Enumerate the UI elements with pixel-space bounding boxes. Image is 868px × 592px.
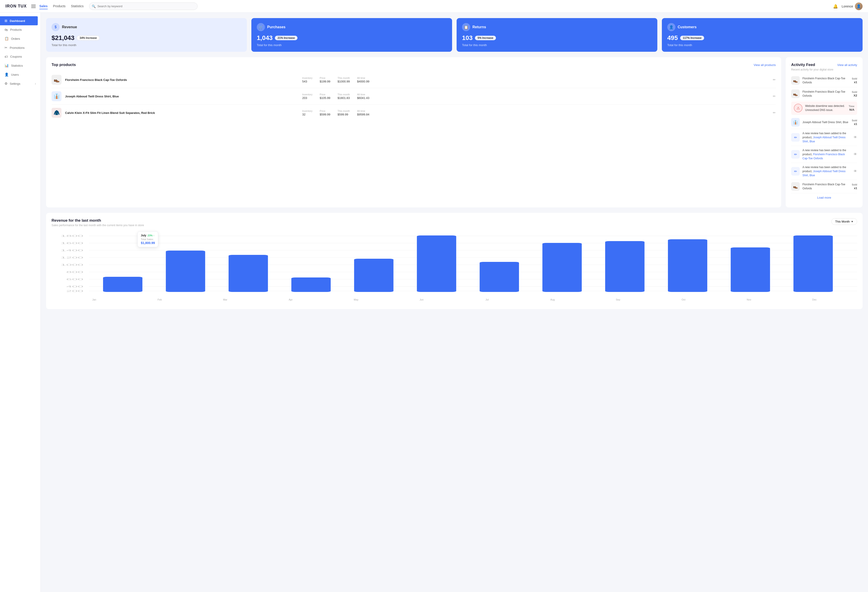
activity-meta: 👁 xyxy=(853,169,857,173)
load-more-button[interactable]: Load more xyxy=(791,193,857,202)
activity-meta: Sold x1 xyxy=(852,119,857,126)
purchases-badge: 21% Increase xyxy=(275,36,297,40)
list-item: ✏ A new review has been added to the pro… xyxy=(791,129,857,146)
product-name: Joseph Abboud Twill Dress Shirt, Blue xyxy=(65,95,298,98)
revenue-chart-panel: Revenue for the last month Sales perform… xyxy=(46,213,862,309)
activity-sub: Recent activity for your digital store xyxy=(791,68,857,71)
activity-info: A new review has been added to the produ… xyxy=(802,131,851,143)
sidebar-label-promotions: Promotions xyxy=(10,46,25,50)
view-all-activity-link[interactable]: View all activity xyxy=(837,63,857,67)
sidebar-label-settings: Settings xyxy=(10,82,32,85)
product-name: Florsheim Francisco Black Cap-Toe Oxford… xyxy=(65,78,298,82)
nav-products[interactable]: Products xyxy=(53,3,66,9)
time-label: Time xyxy=(849,105,855,108)
activity-thumb: 👞 xyxy=(791,182,800,191)
hamburger[interactable] xyxy=(31,5,36,8)
revenue-title: Revenue xyxy=(62,25,77,29)
sidebar-label-orders: Orders xyxy=(11,37,20,40)
sidebar-item-coupons[interactable]: 🏷 Coupons xyxy=(0,52,40,61)
meta-label: This month xyxy=(338,77,350,79)
x-label-oct: Oct xyxy=(651,298,716,301)
svg-rect-28 xyxy=(731,247,770,292)
sidebar-item-promotions[interactable]: ✂ Promotions xyxy=(0,43,40,52)
product-edit-icon[interactable]: ✏ xyxy=(773,78,776,82)
sidebar-label-coupons: Coupons xyxy=(10,55,22,58)
customers-value: 495 xyxy=(667,34,678,41)
activity-thumb: 👞 xyxy=(791,90,800,98)
list-item: 👞 Florsheim Francisco Black Cap-Toe Oxfo… xyxy=(791,180,857,193)
time-value: N/A xyxy=(849,108,855,111)
top-products-title: Top products xyxy=(52,63,76,67)
meta-label: Inventory xyxy=(302,77,312,79)
bar-chart-svg: 200 400 600 800 1000 1200 1400 1600 1800 xyxy=(52,231,857,297)
table-row: 👔 Joseph Abboud Twill Dress Shirt, Blue … xyxy=(52,88,776,105)
customers-badge: 117% Increase xyxy=(680,36,704,40)
list-item: ✏ A new review has been added to the pro… xyxy=(791,163,857,180)
meta-value: $105.99 xyxy=(320,96,330,100)
activity-info: Florsheim Francisco Black Cap-Toe Oxford… xyxy=(802,183,849,190)
table-row: 🧥 Calvin Klein X-Fit Slim Fit Linen Blen… xyxy=(52,105,776,121)
product-edit-icon[interactable]: ✏ xyxy=(773,94,776,98)
user-name: Lorence xyxy=(841,4,853,8)
returns-title: Returns xyxy=(472,25,486,29)
purchases-value: 1,043 xyxy=(257,34,273,41)
sold-value: x1 xyxy=(854,122,857,126)
product-thumb: 👔 xyxy=(52,91,62,101)
meta-label: Inventory xyxy=(302,110,312,112)
x-label-sep: Sep xyxy=(585,298,651,301)
revenue-icon: $ xyxy=(52,23,60,31)
product-edit-icon[interactable]: ✏ xyxy=(773,111,776,115)
chart-x-axis: Jan Feb Mar Apr May Jun Jul Aug Sep Oct … xyxy=(52,297,857,301)
users-icon: 👤 xyxy=(4,72,9,77)
meta-value: 203 xyxy=(302,96,312,100)
activity-info: Florsheim Francisco Black Cap-Toe Oxford… xyxy=(802,90,849,98)
stat-card-customers: 👤 Customers 495 117% Increase Total for … xyxy=(662,18,862,52)
sidebar-item-dashboard[interactable]: ⊞ Dashboard xyxy=(0,16,38,25)
panels-row: Top products View all products 👞 Florshe… xyxy=(46,57,862,208)
notification-bell[interactable]: 🔔 xyxy=(833,4,838,9)
list-item: 👞 Florsheim Francisco Black Cap-Toe Oxfo… xyxy=(791,87,857,100)
review-link[interactable]: Joseph Abboud Twill Dress Shirt, Blue xyxy=(802,170,846,177)
nav-sales[interactable]: Sales xyxy=(39,3,48,9)
sidebar-item-statistics[interactable]: 📊 Statistics xyxy=(0,61,40,70)
user-info[interactable]: Lorence 👤 xyxy=(841,3,862,10)
x-label-nov: Nov xyxy=(716,298,782,301)
period-button[interactable]: This Month ▼ xyxy=(831,218,857,225)
stat-card-returns: 📋 Returns 103 5% Increase Total for this… xyxy=(457,18,657,52)
customers-title: Customers xyxy=(678,25,697,29)
x-label-aug: Aug xyxy=(520,298,585,301)
x-label-jul: Jul xyxy=(454,298,520,301)
nav-statistics[interactable]: Statistics xyxy=(71,3,84,9)
meta-label: Price xyxy=(320,110,330,112)
svg-text:1400: 1400 xyxy=(61,249,83,252)
svg-rect-23 xyxy=(417,236,456,292)
revenue-sub: Total for this month xyxy=(52,43,241,47)
sold-label: Sold xyxy=(852,91,857,93)
meta-value: $9599.84 xyxy=(357,113,369,116)
meta-label: Inventory xyxy=(302,93,312,96)
sold-label: Sold xyxy=(852,77,857,80)
svg-rect-20 xyxy=(229,255,268,292)
list-item: 👔 Joseph Abboud Twill Dress Shirt, Blue … xyxy=(791,116,857,129)
review-link[interactable]: Joseph Abboud Twill Dress Shirt, Blue xyxy=(802,136,846,143)
search-input[interactable] xyxy=(89,3,198,10)
stat-card-revenue: $ Revenue $21,043 34% Increase Total for… xyxy=(46,18,247,52)
chart-sub: Sales performance for the last month wit… xyxy=(52,224,144,227)
svg-rect-22 xyxy=(354,259,394,292)
svg-rect-26 xyxy=(605,241,644,292)
x-label-jan: Jan xyxy=(62,298,127,301)
sidebar-item-users[interactable]: 👤 Users xyxy=(0,70,40,79)
search-bar: 🔍 xyxy=(89,3,198,10)
meta-label: Price xyxy=(320,77,330,79)
sidebar-item-orders[interactable]: 📋 Orders xyxy=(0,34,40,43)
sidebar-item-settings[interactable]: ⚙ Settings › xyxy=(0,79,40,88)
table-row: 👞 Florsheim Francisco Black Cap-Toe Oxfo… xyxy=(52,72,776,88)
meta-value: 543 xyxy=(302,80,312,83)
review-link[interactable]: Florsheim Francisco Black Cap-Toe Oxford… xyxy=(802,153,845,160)
sidebar-item-products[interactable]: 🛍 Products xyxy=(0,25,40,34)
logo: IRON TUX xyxy=(6,4,27,9)
activity-meta: Sold x1 xyxy=(852,77,857,84)
view-all-products-link[interactable]: View all products xyxy=(754,63,776,67)
sold-value: x1 xyxy=(854,81,857,84)
list-item: 👞 Florsheim Francisco Black Cap-Toe Oxfo… xyxy=(791,74,857,87)
